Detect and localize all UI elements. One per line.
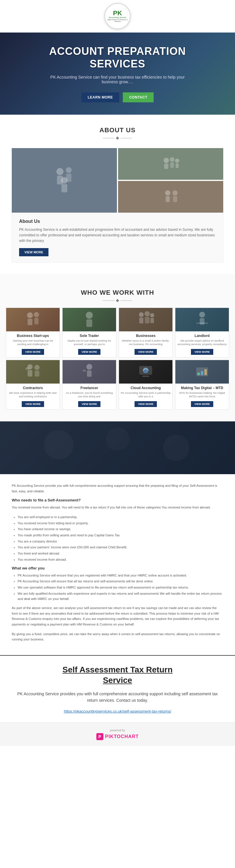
work-card-landlord: Landlord We provide expert advice on lan… (175, 308, 229, 358)
list-item-2: You received income from letting land or… (18, 521, 223, 526)
work-card-sole-trader-btn[interactable]: VIEW MORE (78, 349, 101, 355)
list-item-7: You lived and worked abroad. (18, 551, 223, 556)
work-card-contractors: Contractors We have experience in helpin… (6, 360, 60, 410)
svg-point-12 (165, 190, 171, 195)
about-image-main (12, 148, 117, 213)
work-card-startups-text: Starting your own business can be exciti… (8, 339, 58, 346)
svg-rect-35 (35, 371, 40, 376)
closing-text: By giving you a fixed, competitive price… (12, 631, 223, 642)
who-we-work-title: WHO WE WORK WITH (6, 277, 229, 300)
who-we-work-section: WHO WE WORK WITH Business Start-ups Star… (0, 274, 235, 422)
learn-more-button[interactable]: LEARN MORE (81, 92, 120, 102)
work-card-sole-trader-text: Maybe you've just started working for yo… (64, 339, 114, 346)
who-needs-title: Who needs to file a Self-Assessment? (12, 498, 223, 502)
self-assessment-text: PK Accounting Service provides you with … (12, 690, 223, 704)
work-card-mtd-text: MTD for businesses Making Tax Digital (M… (177, 391, 227, 399)
work-card-businesses-text: Whether yours is a small /London family-… (121, 339, 171, 346)
work-card-startups-title: Business Start-ups (8, 334, 58, 338)
work-card-img-mtd (175, 360, 229, 383)
divider-line-right-2 (121, 300, 132, 301)
who-needs-text: You received income from abroad. You wil… (12, 505, 223, 510)
svg-point-34 (34, 365, 40, 370)
hero-title: ACCOUNT PREPARATIONSERVICES (49, 45, 186, 70)
svg-rect-7 (164, 164, 168, 169)
about-image-grid (12, 148, 223, 213)
work-card-contractors-text: We have experience in helping both new a… (8, 391, 58, 399)
content-intro: PK Accounting Service provide you with f… (12, 483, 223, 494)
self-assessment-link[interactable]: https://pkaccountingservices.co.uk/self-… (64, 709, 171, 713)
contact-button[interactable]: CONTACT (123, 92, 154, 102)
what-we-offer-list: PK Accounting Service will ensure that y… (18, 573, 223, 602)
what-we-offer-title: What we offer you (12, 566, 223, 570)
svg-point-48 (163, 435, 189, 461)
svg-point-26 (150, 313, 154, 317)
work-card-mtd: Making Tax Digital – MTD MTD for busines… (175, 360, 229, 410)
svg-rect-9 (171, 162, 174, 168)
work-card-startups-btn[interactable]: VIEW MORE (22, 349, 44, 355)
work-card-cloud-btn[interactable]: VIEW MORE (134, 401, 157, 407)
svg-rect-33 (26, 367, 29, 370)
svg-rect-17 (28, 319, 32, 325)
work-card-freelancer-btn[interactable]: VIEW MORE (78, 401, 101, 407)
svg-point-16 (27, 312, 33, 318)
work-card-freelancer-text: As a freelancer, you've found something … (64, 391, 114, 399)
svg-rect-30 (196, 322, 208, 324)
work-card-landlord-btn[interactable]: VIEW MORE (191, 349, 213, 355)
divider-line-left (103, 138, 114, 138)
mid-banner (0, 422, 235, 474)
hero-section: ACCOUNT PREPARATIONSERVICES PK Accountin… (0, 33, 235, 115)
svg-rect-11 (176, 163, 179, 168)
svg-point-8 (170, 157, 175, 162)
svg-rect-45 (205, 369, 207, 375)
about-image-top-right (118, 148, 223, 180)
svg-point-28 (199, 312, 205, 318)
work-card-cloud-text: PK Accounting Service work in partnershi… (121, 391, 171, 399)
list-item-4: You made profits from selling assets and… (18, 532, 223, 538)
work-card-freelancer: Freelancer As a freelancer, you've found… (62, 360, 116, 410)
work-card-sole-trader-title: Sole Trader (64, 334, 114, 338)
work-card-business-startups: Business Start-ups Starting your own bus… (6, 308, 60, 358)
work-card-mtd-btn[interactable]: VIEW MORE (191, 401, 213, 407)
svg-point-10 (175, 159, 179, 163)
work-card-contractors-btn[interactable]: VIEW MORE (22, 401, 44, 407)
about-card: About Us PK Accounting Service is a well… (12, 213, 223, 262)
hero-subtitle: PK Accounting Service can find your busi… (49, 75, 186, 84)
work-card-cloud-title: Cloud Accounting (121, 386, 171, 390)
logo-pk: PK (113, 10, 122, 17)
svg-rect-38 (83, 370, 86, 372)
self-assessment-title: Self Assessment Tax ReturnService (12, 664, 223, 686)
divider-diamond (116, 136, 119, 140)
content-section: PK Accounting Service provide you with f… (0, 474, 235, 655)
work-card-img-landlord (175, 308, 229, 331)
list-item-6: You and your partners' income were over … (18, 545, 223, 550)
work-card-mtd-title: Making Tax Digital – MTD (177, 386, 227, 390)
who-needs-list: You are self-employed or in a partnershi… (18, 514, 223, 562)
logo: PK Accounting Service Digital Solutions … (104, 3, 131, 29)
svg-rect-5 (61, 184, 67, 192)
footer-logo: P PIKTOCHART (6, 733, 229, 740)
site-header: PK Accounting Service Digital Solutions … (0, 0, 235, 33)
work-card-freelancer-title: Freelancer (64, 386, 114, 390)
svg-rect-21 (86, 319, 92, 327)
svg-rect-25 (145, 317, 150, 323)
work-card-businesses-btn[interactable]: VIEW MORE (134, 349, 157, 355)
piktochart-icon: P (96, 733, 103, 740)
svg-point-24 (145, 311, 150, 316)
svg-point-20 (86, 312, 93, 319)
svg-point-2 (66, 167, 72, 173)
about-view-more-button[interactable]: VIEW MORE (19, 248, 49, 256)
svg-point-18 (34, 312, 39, 317)
piktochart-logo-text: PIKTOCHART (105, 734, 139, 739)
svg-point-36 (86, 364, 92, 370)
svg-point-4 (61, 177, 68, 184)
work-card-img-cloud (119, 360, 173, 383)
about-image-bottom-right (118, 181, 223, 213)
who-we-work-divider (6, 300, 229, 302)
svg-point-46 (44, 430, 74, 460)
footer-powered-by: powered by (6, 729, 229, 732)
about-section: About Us (0, 115, 235, 274)
svg-point-0 (56, 168, 63, 175)
svg-rect-23 (139, 318, 143, 323)
work-card-img-startups (6, 308, 60, 331)
about-section-title: About Us (0, 115, 235, 137)
